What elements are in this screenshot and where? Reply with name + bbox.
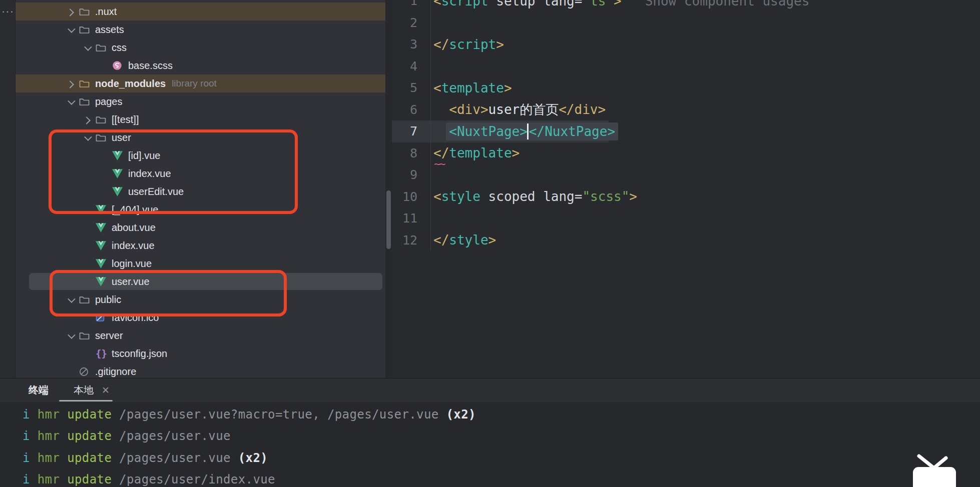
code-token: >	[629, 189, 637, 204]
tree-item-server[interactable]: server	[16, 326, 385, 344]
code-token: >	[504, 80, 512, 96]
code-token: >	[496, 37, 504, 52]
tree-item-assets[interactable]: assets	[16, 20, 385, 38]
line-number: 6	[392, 99, 431, 121]
code-content: <div>user的首页</div>	[431, 101, 606, 118]
sass-icon	[112, 60, 126, 70]
tree-item-label: tsconfig.json	[112, 348, 167, 360]
code-token: >	[488, 232, 497, 248]
close-icon[interactable]: ✕	[102, 384, 110, 396]
code-line-9[interactable]: 9	[392, 164, 980, 186]
tree-item-node-modules[interactable]: node_moduleslibrary root	[16, 74, 385, 92]
tree-item-index-vue[interactable]: index.vue	[16, 164, 385, 182]
chevron-right-icon[interactable]	[63, 9, 79, 14]
code-line-10[interactable]: 10<style scoped lang="scss">	[392, 186, 980, 208]
terminal-token: /pages/user.vue?macro=true, /pages/user.…	[119, 408, 439, 422]
code-line-1[interactable]: 1<script setup lang="ts"> Show component…	[392, 0, 980, 12]
code-token: "ts"	[582, 0, 614, 8]
terminal-token: update	[67, 451, 112, 465]
vue-icon	[96, 223, 109, 232]
tree-item--id-vue[interactable]: [id].vue	[16, 146, 385, 164]
code-line-11[interactable]: 11	[392, 208, 980, 230]
tree-item-public[interactable]: public	[16, 290, 385, 308]
terminal-token: hmr	[38, 472, 60, 486]
tab-local-label: 本地	[74, 384, 94, 397]
code-token: Show component usages	[622, 0, 810, 8]
tree-scrollbar-thumb[interactable]	[386, 190, 391, 249]
chevron-right-icon[interactable]	[63, 81, 79, 86]
json-icon: {}	[96, 348, 109, 359]
line-number: 5	[392, 77, 431, 99]
line-number: 3	[392, 34, 431, 56]
tab-local[interactable]: 本地 ✕	[74, 384, 110, 397]
more-icon[interactable]: ···	[2, 5, 14, 18]
code-line-4[interactable]: 4	[392, 56, 980, 78]
line-number: 4	[392, 56, 431, 78]
tree-item-favicon-ico[interactable]: favicon.ico	[16, 308, 385, 326]
tree-item-tsconfig-json[interactable]: {}tsconfig.json	[16, 344, 385, 362]
tree-item-useredit-vue[interactable]: userEdit.vue	[16, 182, 385, 200]
chevron-down-icon[interactable]	[63, 297, 79, 302]
tree-item-login-vue[interactable]: login.vue	[16, 254, 385, 272]
tree-item--nuxt[interactable]: .nuxt	[16, 2, 385, 20]
terminal-token	[231, 451, 238, 465]
code-line-8[interactable]: 8</template>~~	[392, 142, 980, 164]
vue-icon	[112, 187, 126, 196]
vue-icon	[96, 241, 109, 250]
tree-item-label: base.scss	[128, 60, 173, 72]
tree-item-label: .gitignore	[95, 366, 136, 378]
terminal-token: update	[67, 429, 112, 443]
code-line-6[interactable]: 6 <div>user的首页</div>	[392, 99, 980, 121]
code-token: <	[433, 80, 441, 96]
code-token: </NuxtPage>	[529, 124, 615, 139]
terminal-token	[30, 429, 38, 443]
tree-item-label: [_404].vue	[112, 204, 158, 216]
tree-item-label: about.vue	[112, 222, 156, 234]
code-line-7[interactable]: 7 <NuxtPage></NuxtPage>	[392, 120, 980, 142]
editor-panel[interactable]: 1<script setup lang="ts"> Show component…	[392, 0, 980, 378]
terminal-token	[112, 429, 119, 443]
chevron-down-icon[interactable]	[63, 333, 79, 338]
terminal-token	[60, 451, 67, 465]
tree-item-index-vue[interactable]: index.vue	[16, 236, 385, 254]
terminal-token: update	[67, 408, 112, 422]
folder-icon	[79, 296, 93, 304]
terminal-token	[112, 451, 119, 465]
tree-item--gitignore[interactable]: .gitignore	[16, 362, 385, 378]
terminal-token: update	[67, 472, 112, 486]
terminal-line: i hmr update /pages/user/index.vue	[23, 469, 980, 487]
chevron-down-icon[interactable]	[79, 135, 96, 140]
code-line-5[interactable]: 5<template>	[392, 77, 980, 99]
chevron-down-icon[interactable]	[79, 45, 96, 50]
chevron-right-icon[interactable]	[79, 117, 96, 122]
code-line-12[interactable]: 12</style>	[392, 230, 980, 252]
line-number: 7	[392, 120, 431, 142]
code-content: </script>	[431, 37, 504, 52]
terminal-token	[30, 408, 38, 422]
tree-item-about-vue[interactable]: about.vue	[16, 218, 385, 236]
code-token: user的首页	[488, 101, 559, 118]
code-line-3[interactable]: 3</script>	[392, 34, 980, 56]
folder-icon	[96, 44, 109, 52]
vue-icon	[96, 205, 109, 214]
code-line-2[interactable]: 2	[392, 12, 980, 34]
folder-lib-icon	[79, 80, 93, 88]
tree-item-css[interactable]: css	[16, 38, 385, 56]
tree-item-user[interactable]: user	[16, 128, 385, 146]
tree-item-label: assets	[95, 24, 124, 36]
terminal-token: i	[23, 451, 30, 465]
tree-item-base-scss[interactable]: base.scss	[16, 56, 385, 74]
line-number: 10	[392, 186, 431, 208]
tree-item-label: user	[112, 132, 131, 144]
tree-item-label: user.vue	[112, 276, 150, 288]
tree-item-user-vue[interactable]: user.vue	[16, 272, 385, 290]
chevron-down-icon[interactable]	[63, 27, 79, 32]
terminal-token: /pages/user.vue	[119, 451, 231, 465]
tree-item-pages[interactable]: pages	[16, 92, 385, 110]
terminal-title[interactable]: 终端	[29, 384, 49, 397]
tree-item--404-vue[interactable]: [_404].vue	[16, 200, 385, 218]
chevron-down-icon[interactable]	[63, 99, 79, 104]
tree-item-label: login.vue	[112, 258, 152, 270]
tree-item-label: userEdit.vue	[128, 186, 184, 198]
tree-item--test-[interactable]: [[test]]	[16, 110, 385, 128]
